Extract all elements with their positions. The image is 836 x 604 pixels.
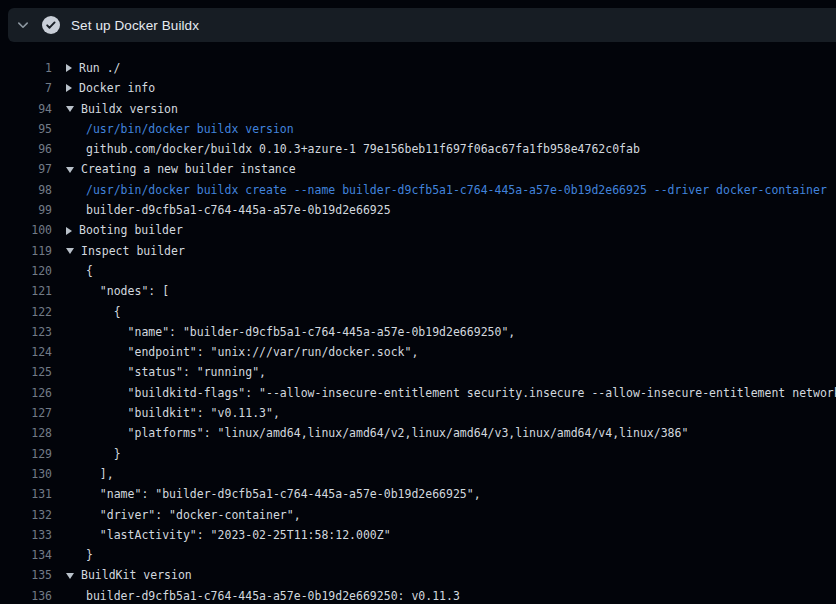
line-content: "platforms": "linux/amd64,linux/amd64/v2… (86, 423, 688, 443)
triangle-down-icon[interactable] (66, 167, 74, 173)
log-row: 120{ (0, 261, 836, 281)
line-number[interactable]: 128 (0, 423, 52, 443)
line-content: Creating a new builder instance (66, 159, 296, 179)
log-area: 1Run ./7Docker info94Buildx version95/us… (0, 42, 836, 604)
actions-log-viewer: Set up Docker Buildx 1Run ./7Docker info… (0, 0, 836, 604)
line-text: "status": "running", (86, 362, 266, 382)
line-text: "platforms": "linux/amd64,linux/amd64/v2… (86, 423, 688, 443)
log-row: 126 "buildkitd-flags": "--allow-insecure… (0, 383, 836, 403)
line-number[interactable]: 100 (0, 220, 52, 240)
line-text: "lastActivity": "2023-02-25T11:58:12.000… (86, 525, 391, 545)
triangle-right-icon[interactable] (66, 227, 72, 235)
line-number[interactable]: 95 (0, 119, 52, 139)
log-group-row[interactable]: 119Inspect builder (0, 241, 836, 261)
line-text: builder-d9cfb5a1-c764-445a-a57e-0b19d2e6… (86, 200, 391, 220)
line-text: "endpoint": "unix:///var/run/docker.sock… (86, 342, 418, 362)
line-content: "buildkit": "v0.11.3", (86, 403, 280, 423)
line-number[interactable]: 127 (0, 403, 52, 423)
line-content: Buildx version (66, 99, 178, 119)
log-row: 124 "endpoint": "unix:///var/run/docker.… (0, 342, 836, 362)
line-content: "name": "builder-d9cfb5a1-c764-445a-a57e… (86, 322, 515, 342)
log-row: 132 "driver": "docker-container", (0, 505, 836, 525)
line-content: Inspect builder (66, 241, 185, 261)
log-row: 129 } (0, 444, 836, 464)
line-text: "name": "builder-d9cfb5a1-c764-445a-a57e… (86, 484, 481, 504)
line-text: Run ./ (79, 58, 121, 78)
triangle-down-icon[interactable] (66, 106, 74, 112)
line-number[interactable]: 96 (0, 139, 52, 159)
line-number[interactable]: 126 (0, 383, 52, 403)
log-group-row[interactable]: 7Docker info (0, 78, 836, 98)
line-content: } (86, 545, 93, 565)
log-lines: 1Run ./7Docker info94Buildx version95/us… (0, 58, 836, 604)
line-text: github.com/docker/buildx 0.10.3+azure-1 … (86, 139, 640, 159)
log-row: 127 "buildkit": "v0.11.3", (0, 403, 836, 423)
line-content: { (86, 302, 121, 322)
line-number[interactable]: 125 (0, 362, 52, 382)
line-number[interactable]: 135 (0, 565, 52, 585)
line-number[interactable]: 134 (0, 545, 52, 565)
line-number[interactable]: 97 (0, 159, 52, 179)
line-content: { (86, 261, 93, 281)
log-group-row[interactable]: 135BuildKit version (0, 565, 836, 585)
line-number[interactable]: 131 (0, 484, 52, 504)
triangle-right-icon[interactable] (66, 64, 72, 72)
line-text: ], (86, 464, 114, 484)
line-number[interactable]: 94 (0, 99, 52, 119)
line-content: BuildKit version (66, 565, 192, 585)
line-number[interactable]: 129 (0, 444, 52, 464)
log-row: 134} (0, 545, 836, 565)
log-row: 122 { (0, 302, 836, 322)
log-row: 130 ], (0, 464, 836, 484)
line-text: { (86, 261, 93, 281)
line-text: Booting builder (79, 220, 183, 240)
log-group-row[interactable]: 94Buildx version (0, 99, 836, 119)
line-content: ], (86, 464, 114, 484)
triangle-right-icon[interactable] (66, 84, 72, 92)
line-number[interactable]: 119 (0, 241, 52, 261)
line-content: builder-d9cfb5a1-c764-445a-a57e-0b19d2e6… (86, 200, 391, 220)
check-circle-icon (42, 16, 60, 34)
line-number[interactable]: 123 (0, 322, 52, 342)
line-text: builder-d9cfb5a1-c764-445a-a57e-0b19d2e6… (86, 586, 460, 604)
line-number[interactable]: 130 (0, 464, 52, 484)
line-number[interactable]: 120 (0, 261, 52, 281)
line-text: "name": "builder-d9cfb5a1-c764-445a-a57e… (86, 322, 515, 342)
line-text: Creating a new builder instance (81, 159, 296, 179)
log-group-row[interactable]: 100Booting builder (0, 220, 836, 240)
line-content: "name": "builder-d9cfb5a1-c764-445a-a57e… (86, 484, 481, 504)
line-number[interactable]: 124 (0, 342, 52, 362)
line-number[interactable]: 136 (0, 586, 52, 604)
line-number[interactable]: 132 (0, 505, 52, 525)
line-content: "lastActivity": "2023-02-25T11:58:12.000… (86, 525, 391, 545)
line-content: Run ./ (66, 58, 121, 78)
line-text: "buildkit": "v0.11.3", (86, 403, 280, 423)
line-number[interactable]: 133 (0, 525, 52, 545)
line-number[interactable]: 122 (0, 302, 52, 322)
log-group-row[interactable]: 1Run ./ (0, 58, 836, 78)
log-row: 95/usr/bin/docker buildx version (0, 119, 836, 139)
line-content: "driver": "docker-container", (86, 505, 301, 525)
line-content: "buildkitd-flags": "--allow-insecure-ent… (86, 383, 836, 403)
line-text: BuildKit version (81, 565, 192, 585)
chevron-down-icon[interactable] (15, 17, 31, 33)
line-text: } (86, 444, 121, 464)
line-content: github.com/docker/buildx 0.10.3+azure-1 … (86, 139, 640, 159)
log-group-row[interactable]: 97Creating a new builder instance (0, 159, 836, 179)
line-text: { (86, 302, 121, 322)
line-text: } (86, 545, 93, 565)
line-number[interactable]: 121 (0, 281, 52, 301)
step-header[interactable]: Set up Docker Buildx (8, 8, 836, 42)
line-number[interactable]: 99 (0, 200, 52, 220)
triangle-down-icon[interactable] (66, 573, 74, 579)
log-row: 123 "name": "builder-d9cfb5a1-c764-445a-… (0, 322, 836, 342)
line-number[interactable]: 98 (0, 180, 52, 200)
line-content: "status": "running", (86, 362, 266, 382)
log-row: 99builder-d9cfb5a1-c764-445a-a57e-0b19d2… (0, 200, 836, 220)
triangle-down-icon[interactable] (66, 248, 74, 254)
line-content: "nodes": [ (86, 281, 169, 301)
line-number[interactable]: 7 (0, 78, 52, 98)
log-row: 136builder-d9cfb5a1-c764-445a-a57e-0b19d… (0, 586, 836, 604)
line-content: } (86, 444, 121, 464)
line-number[interactable]: 1 (0, 58, 52, 78)
